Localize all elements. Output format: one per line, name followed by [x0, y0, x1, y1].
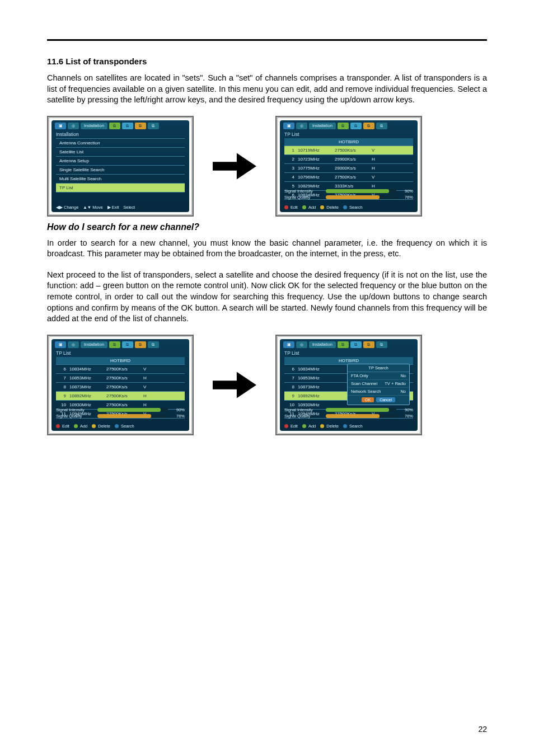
signal-intensity-value: 90%	[170, 407, 185, 412]
popup-option[interactable]: FTA OnlyNo	[348, 372, 409, 380]
topbar-title: Installation	[309, 341, 336, 348]
footer-action-edit[interactable]: Edit	[56, 424, 69, 429]
topbar-title: Installation	[309, 123, 336, 129]
tp-row[interactable]: 210723MHz29900Ks/sH	[284, 155, 413, 164]
topbar-icon: ⧉	[122, 123, 133, 129]
top-rule	[47, 39, 487, 41]
footer-action-edit[interactable]: Edit	[284, 205, 298, 210]
tp-row[interactable]: 110719MHz27500Ks/sV	[284, 146, 413, 155]
menu-item[interactable]: Antenna Connection	[56, 139, 185, 148]
topbar-title: Installation	[81, 123, 107, 129]
topbar-icon: ⧉	[376, 123, 387, 129]
topbar-icon: ⧉	[135, 341, 146, 348]
screenshot-tp-search-popup: ▣ ◎ Installation ⧉ ⧉ ⧉ ⧉ TP List HOTBIRD…	[275, 335, 422, 435]
topbar-icon: ⧉	[148, 341, 159, 348]
page-number: 22	[478, 725, 487, 734]
footer-action-delete[interactable]: Delete	[320, 205, 339, 210]
topbar-icon: ⧉	[363, 123, 374, 129]
signal-quality-label: Signal Quality	[284, 195, 324, 200]
menu-item[interactable]: Multi Satellite Search	[56, 175, 185, 184]
tp-row[interactable]: 610834MHz27500Ks/sV	[56, 365, 185, 374]
signal-intensity-value: 90%	[399, 189, 413, 194]
footer-action-add[interactable]: Add	[74, 424, 87, 429]
footer-action-delete[interactable]: Delete	[92, 424, 110, 429]
footer-action-add[interactable]: Add	[302, 205, 316, 210]
footer-action-search[interactable]: Search	[115, 424, 134, 429]
signal-block: Signal Intensity 90% Signal Quality 76%	[284, 187, 413, 200]
topbar-icon: ⧉	[376, 341, 387, 348]
tp-row[interactable]: 410796MHz27500Ks/sV	[284, 173, 413, 182]
footer-hint: ▲▼ Move	[83, 205, 102, 210]
popup-ok-button[interactable]: OK	[362, 397, 374, 402]
popup-cancel-button[interactable]: Cancel	[376, 397, 395, 402]
arrow-icon	[204, 368, 265, 402]
topbar-icon: ◎	[68, 341, 79, 348]
tv-screen: ▣ ◎ Installation ⧉ ⧉ ⧉ ⧉ TP List HOTBIRD…	[280, 339, 418, 431]
signal-block: Signal Intensity 90% Signal Quality 76%	[56, 406, 185, 419]
signal-quality-label: Signal Quality	[284, 414, 324, 419]
paragraph-2: In order to search for a new channel, yo…	[47, 238, 487, 260]
screenshot-installation-menu: ▣ ◎ Installation ⧉ ⧉ ⧉ ⧉ Installation An…	[47, 116, 194, 217]
topbar-icon: ◎	[296, 341, 307, 348]
topbar-icon: ⧉	[338, 341, 349, 348]
tv-screen: ▣ ◎ Installation ⧉ ⧉ ⧉ ⧉ Installation An…	[51, 120, 189, 212]
satellite-name: HOTBIRD	[56, 357, 185, 364]
screenshot-tp-list-b: ▣ ◎ Installation ⧉ ⧉ ⧉ ⧉ TP List HOTBIRD…	[47, 335, 194, 435]
topbar-icon: ⧉	[109, 123, 120, 129]
menu-section: Installation	[51, 130, 189, 138]
topbar-icon: ⧉	[109, 341, 120, 348]
topbar-icon: ⧉	[363, 341, 374, 348]
tp-row[interactable]: 910892MHz27500Ks/sH	[56, 392, 185, 401]
screenshot-tp-list-a: ▣ ◎ Installation ⧉ ⧉ ⧉ ⧉ TP List HOTBIRD…	[275, 116, 422, 217]
signal-quality-value: 76%	[399, 414, 413, 419]
arrow-icon	[204, 149, 265, 183]
signal-intensity-label: Signal Intensity	[56, 407, 95, 412]
topbar-icon: ◎	[68, 123, 79, 129]
tp-search-popup: TP Search FTA OnlyNoScan ChannelTV + Rad…	[347, 364, 410, 405]
topbar-title: Installation	[81, 341, 107, 348]
topbar-icon: ▣	[283, 341, 294, 348]
svg-marker-1	[213, 372, 256, 398]
footer-action-add[interactable]: Add	[302, 424, 316, 429]
satellite-name: HOTBIRD	[284, 138, 413, 145]
footer-hint: ▶ Exit	[107, 205, 119, 210]
footer-hint: ◀▶ Change	[56, 205, 78, 210]
satellite-name: HOTBIRD	[284, 357, 413, 364]
page: 11.6 List of transponders Channels on sa…	[0, 0, 534, 756]
menu-item[interactable]: TP List	[56, 184, 185, 192]
section-title: 11.6 List of transponders	[47, 57, 487, 66]
signal-intensity-value: 90%	[399, 407, 413, 412]
signal-block: Signal Intensity 90% Signal Quality 76%	[284, 406, 413, 419]
topbar-icon: ▣	[283, 123, 294, 129]
signal-quality-value: 76%	[399, 195, 413, 200]
popup-option[interactable]: Network SearchNo	[348, 388, 409, 396]
footer-action-delete[interactable]: Delete	[320, 424, 339, 429]
tp-row[interactable]: 810873MHz27500Ks/sV	[56, 383, 185, 392]
footer-action-search[interactable]: Search	[343, 424, 363, 429]
footer-action-search[interactable]: Search	[343, 205, 363, 210]
svg-marker-0	[213, 153, 256, 179]
footer-hint: Select	[123, 205, 135, 210]
sub-heading: How do I search for a new channel?	[47, 222, 487, 232]
paragraph-3: Next proceed to the list of transponders…	[47, 270, 487, 325]
topbar-icon: ⧉	[350, 341, 362, 348]
signal-intensity-label: Signal Intensity	[284, 407, 324, 412]
menu-item[interactable]: Single Satellite Search	[56, 166, 185, 175]
popup-title: TP Search	[348, 364, 409, 372]
topbar-icon: ⧉	[148, 123, 159, 129]
popup-option[interactable]: Scan ChannelTV + Radio	[348, 380, 409, 388]
topbar-icon: ⧉	[122, 341, 133, 348]
tv-screen: ▣ ◎ Installation ⧉ ⧉ ⧉ ⧉ TP List HOTBIRD…	[51, 339, 189, 431]
topbar-icon: ⧉	[135, 123, 146, 129]
signal-intensity-label: Signal Intensity	[284, 189, 324, 194]
menu-item[interactable]: Antenna Setup	[56, 157, 185, 166]
tv-screen: ▣ ◎ Installation ⧉ ⧉ ⧉ ⧉ TP List HOTBIRD…	[280, 120, 418, 212]
tp-row[interactable]: 310775MHz28000Ks/sH	[284, 164, 413, 173]
menu-item[interactable]: Satellite List	[56, 148, 185, 157]
footer-action-edit[interactable]: Edit	[284, 424, 298, 429]
tp-row[interactable]: 710853MHz27500Ks/sH	[56, 374, 185, 383]
figure-row-2: ▣ ◎ Installation ⧉ ⧉ ⧉ ⧉ TP List HOTBIRD…	[47, 335, 487, 435]
tp-list-title: TP List	[280, 349, 418, 357]
topbar-icon: ⧉	[350, 123, 362, 129]
paragraph-1: Channels on satellites are located in "s…	[47, 73, 487, 106]
